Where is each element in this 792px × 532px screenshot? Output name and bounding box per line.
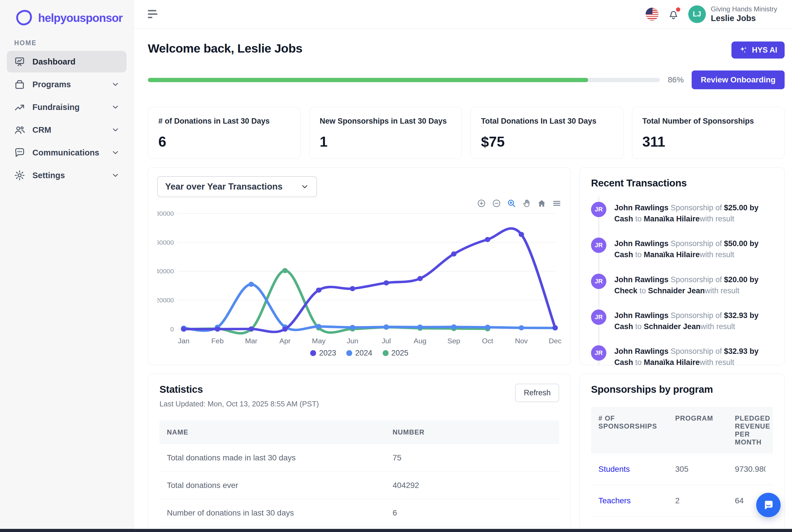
zoom-out-icon[interactable] [492,198,501,208]
page-title: Welcome back, Leslie Jobs [148,41,302,55]
chart-canvas: 800006000040000200000JanFebMarAprMayJunJ… [157,209,562,347]
refresh-button[interactable]: Refresh [515,384,559,402]
chart-type-select[interactable]: Year over Year Transactions [157,176,317,197]
sidebar-item-crm[interactable]: CRM [7,119,127,141]
stat-card-label: Total Donations In Last 30 Days [481,117,613,126]
pan-icon[interactable] [522,198,531,208]
notification-dot [676,7,680,12]
sidebar-item-label: Settings [33,171,65,180]
series-2023-marker [316,288,322,293]
notifications-bell-icon[interactable] [667,8,680,20]
legend-item-2024[interactable]: 2024 [346,349,372,358]
sponsorship-row: Students3059730.9800000000 [591,454,773,485]
transaction-avatar: JR [591,202,606,217]
legend-label: 2024 [355,349,372,358]
legend-label: 2025 [392,349,409,358]
series-2024-marker [383,324,389,329]
statistics-col-number: NUMBER [393,428,552,436]
series-2025-line [184,270,488,334]
series-2023-marker [215,326,220,331]
statistics-title: Statistics [159,384,319,395]
sidebar-item-dashboard[interactable]: Dashboard [7,51,127,73]
chat-bubble-icon [762,499,775,511]
onboarding-percent: 86% [668,75,684,84]
program-count: 305 [675,464,729,474]
svg-text:Jun: Jun [347,337,358,344]
series-2023-marker [451,251,456,256]
transactions-list: JRJohn Rawlings Sponsorship of $25.00 by… [591,202,773,365]
legend-label: 2023 [319,349,336,358]
recent-transactions-card: Recent Transactions JRJohn Rawlings Spon… [579,167,785,365]
recent-transactions-title: Recent Transactions [591,177,773,189]
stat-card-label: New Sponsorships in Last 30 Days [320,117,452,126]
statistics-card: Statistics Last Updated: Mon, Oct 13, 20… [148,374,571,532]
transaction-text: John Rawlings Sponsorship of $20.00 by C… [614,274,773,297]
chevron-down-icon [111,126,120,134]
chat-widget-button[interactable] [756,493,780,517]
svg-text:Nov: Nov [515,337,528,344]
statistics-row: Total donations ever404292 [159,472,559,499]
chevron-down-icon [111,80,120,89]
program-link[interactable]: Students [598,463,670,475]
program-revenue: 9730.9800000000 [735,464,766,474]
series-2024-marker [316,324,322,329]
brand[interactable]: helpyousponsor [7,10,127,26]
transaction-item: JRJohn Rawlings Sponsorship of $32.93 by… [591,345,773,365]
crm-icon [14,124,25,136]
transaction-text: John Rawlings Sponsorship of $32.93 by C… [614,309,773,332]
sidebar-toggle-icon[interactable] [148,10,157,18]
window-bottom-edge [0,529,792,532]
transaction-text: John Rawlings Sponsorship of $50.00 by C… [614,238,773,260]
sidebar-item-settings[interactable]: Settings [7,165,127,186]
transaction-avatar: JR [591,309,606,325]
transaction-item: JRJohn Rawlings Sponsorship of $25.00 by… [591,202,773,225]
series-2023-marker [350,286,355,291]
stat-card: New Sponsorships in Last 30 Days1 [309,107,462,159]
statistic-number: 6 [393,508,552,517]
zoom-in-icon[interactable] [477,198,486,208]
program-count: 2 [675,496,729,505]
transaction-text: John Rawlings Sponsorship of $25.00 by C… [614,202,773,225]
statistic-number: 404292 [393,481,552,490]
program-link[interactable]: Teachers [598,495,670,507]
svg-text:Dec: Dec [549,337,562,344]
sidebar-item-fundraising[interactable]: Fundraising [7,96,127,118]
series-2023-marker [383,280,389,285]
sidebar-item-communications[interactable]: Communications [7,142,127,164]
legend-item-2023[interactable]: 2023 [310,349,336,358]
series-2024-marker [451,324,456,329]
svg-text:Aug: Aug [414,337,427,344]
stat-card: Total Donations In Last 30 Days$75 [470,107,623,159]
sidebar-section-label: HOME [14,39,127,47]
legend-dot [310,350,316,356]
series-2023-marker [282,326,288,331]
selection-zoom-icon[interactable] [507,198,516,208]
sidebar-item-programs[interactable]: Programs [7,74,127,95]
svg-text:Oct: Oct [482,337,493,344]
home-icon[interactable] [537,198,546,208]
legend-dot [383,350,389,356]
svg-text:Feb: Feb [211,337,224,344]
series-2023-marker [485,237,490,242]
statistic-name: Total donations ever [167,481,393,490]
statistics-col-name: NAME [167,428,393,436]
sponsorships-card: Sponsorships by program # OF SPONSORSHIP… [579,374,785,532]
svg-text:80000: 80000 [157,210,174,217]
legend-dot [346,350,352,356]
series-2023-line [184,228,555,332]
svg-text:May: May [312,337,326,344]
legend-item-2025[interactable]: 2025 [383,349,409,358]
sidebar-item-label: Programs [33,80,71,89]
svg-text:0: 0 [170,326,174,332]
menu-icon[interactable] [552,198,562,208]
chart-toolbar [157,198,562,209]
sidebar-item-label: Dashboard [33,57,75,66]
sidebar-item-label: CRM [33,125,51,135]
series-2023-marker [518,232,524,237]
hys-ai-button[interactable]: HYS AI [732,41,785,59]
review-onboarding-button[interactable]: Review Onboarding [692,71,785,89]
language-flag-icon[interactable] [646,8,659,21]
statistic-name: Number of donations in last 30 days [167,508,393,517]
onboarding-progress-bar [148,78,660,82]
user-menu[interactable]: LJ Giving Hands Ministry Leslie Jobs [688,5,777,23]
